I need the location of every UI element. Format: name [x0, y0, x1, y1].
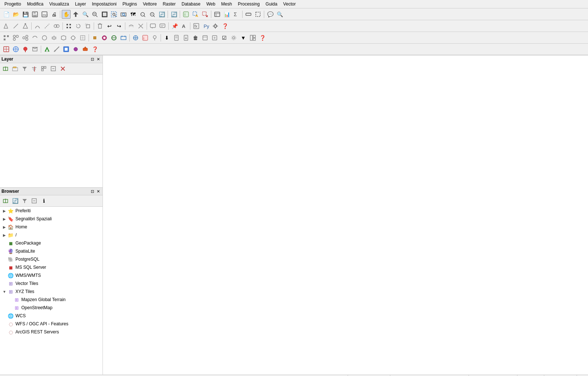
- tb-map6[interactable]: [52, 45, 61, 54]
- tb-delete[interactable]: [96, 22, 104, 30]
- tb-offset-curve[interactable]: [127, 22, 136, 30]
- menu-visualizza[interactable]: Visualizza: [46, 1, 72, 7]
- tb-download[interactable]: ⬇: [162, 33, 171, 42]
- tb-adv5[interactable]: [40, 33, 49, 42]
- tb-template[interactable]: [201, 33, 209, 42]
- tb-openattr[interactable]: [213, 10, 222, 19]
- tb-checkbox[interactable]: ☑: [220, 33, 229, 42]
- menu-progetto[interactable]: Progetto: [1, 1, 24, 7]
- tb-newfile[interactable]: [172, 33, 181, 42]
- tb-map4[interactable]: [31, 45, 39, 54]
- browser-item-arcgis[interactable]: ◌ArcGIS REST Servers: [0, 328, 103, 336]
- tb-zoom-prev[interactable]: -: [138, 10, 147, 19]
- layer-remove-btn[interactable]: [58, 64, 67, 73]
- browser-item-preferiti[interactable]: ▶⭐Preferiti: [0, 207, 103, 215]
- tb-trash[interactable]: 🗑: [191, 33, 200, 42]
- browser-item-spatialite[interactable]: 🔮SpatiaLite: [0, 247, 103, 255]
- menu-mesh[interactable]: Mesh: [218, 1, 235, 7]
- tb-snap-toggle[interactable]: [100, 33, 109, 42]
- layer-collapse-btn[interactable]: [49, 64, 58, 73]
- browser-filter-btn[interactable]: [20, 196, 29, 205]
- tb-zoom-layer[interactable]: [119, 10, 128, 19]
- menu-vettore[interactable]: Vettore: [140, 1, 160, 7]
- tb-measure-area[interactable]: [254, 10, 262, 19]
- browser-item-mapzen[interactable]: ⊞Mapzen Global Terrain: [0, 296, 103, 304]
- tb-adv6[interactable]: [50, 33, 58, 42]
- browser-close-btn[interactable]: ✕: [95, 188, 101, 194]
- browser-item-xyztiles[interactable]: ▼⊞XYZ Tiles: [0, 288, 103, 296]
- browser-item-wcs[interactable]: 🌐WCS: [0, 312, 103, 320]
- tb-node[interactable]: [64, 22, 73, 30]
- tb-magnifier[interactable]: 🔍: [275, 10, 284, 19]
- menu-plugins[interactable]: Plugins: [119, 1, 140, 7]
- browser-info-btn[interactable]: ℹ: [39, 196, 48, 205]
- tb-deselect[interactable]: [201, 10, 209, 19]
- tb-adv7[interactable]: [59, 33, 68, 42]
- tb-scale[interactable]: [83, 22, 92, 30]
- tb-open[interactable]: 📂: [11, 10, 20, 19]
- tb-saveas[interactable]: [31, 10, 39, 19]
- tb-measure[interactable]: [244, 10, 253, 19]
- layer-filter-btn[interactable]: [20, 64, 29, 73]
- menu-impostazioni[interactable]: Impostazioni: [89, 1, 119, 7]
- tb-zoom-selection[interactable]: [110, 10, 118, 19]
- tb-arrow-down[interactable]: ▼: [239, 33, 248, 42]
- tb-sum[interactable]: Σ: [232, 10, 241, 19]
- tb-snapping-layer[interactable]: [119, 33, 128, 42]
- tb-edit2[interactable]: [210, 33, 219, 42]
- tb-python[interactable]: Py: [201, 22, 210, 30]
- browser-float-btn[interactable]: ⊡: [89, 188, 95, 194]
- tb-map7[interactable]: [62, 45, 71, 54]
- tb-adv9[interactable]: [78, 33, 87, 42]
- menu-vector[interactable]: Vector: [280, 1, 299, 7]
- tb-help2[interactable]: ❓: [258, 33, 267, 42]
- tb-adv8[interactable]: [69, 33, 78, 42]
- tb-zoom-rubber[interactable]: 🔲: [100, 10, 109, 19]
- tb-labeling[interactable]: A: [180, 22, 189, 30]
- tb-zoom-next[interactable]: +: [148, 10, 157, 19]
- tb-redo[interactable]: ↪: [115, 22, 123, 30]
- tb-adv1[interactable]: [2, 33, 11, 42]
- tb-pin[interactable]: 📌: [170, 22, 179, 30]
- tb-pan[interactable]: ✋: [62, 10, 71, 19]
- menu-raster[interactable]: Raster: [160, 1, 179, 7]
- browser-item-home[interactable]: ▶🏠Home: [0, 223, 103, 231]
- tb-savepkg[interactable]: PKG: [40, 10, 49, 19]
- browser-item-mssql[interactable]: ◼MS SQL Server: [0, 263, 103, 271]
- browser-item-postgresql[interactable]: 🐘PostgreSQL: [0, 255, 103, 263]
- tb-select[interactable]: [191, 10, 200, 19]
- tb-map9[interactable]: [81, 45, 90, 54]
- layer-addgroup-btn[interactable]: [11, 64, 19, 73]
- browser-item-wfs[interactable]: ◌WFS / OGC API - Features: [0, 320, 103, 328]
- tb-topology[interactable]: [110, 33, 118, 42]
- tb-annotation[interactable]: [148, 22, 157, 30]
- browser-item-root[interactable]: ▶📁/: [0, 231, 103, 239]
- tb-trim[interactable]: [136, 22, 145, 30]
- tb-georef[interactable]: [131, 33, 140, 42]
- layer-add-btn[interactable]: [1, 64, 10, 73]
- tb-adv3[interactable]: [21, 33, 30, 42]
- menu-layer[interactable]: Layer: [72, 1, 89, 7]
- tb-export[interactable]: [182, 33, 190, 42]
- tb-layout[interactable]: [248, 33, 257, 42]
- tb-map2[interactable]: [11, 45, 20, 54]
- tb-split[interactable]: [43, 22, 51, 30]
- tb-map10[interactable]: ❓: [90, 45, 99, 54]
- tb-tooltip[interactable]: 💬: [266, 10, 275, 19]
- tb-pan-arrow[interactable]: [71, 10, 80, 19]
- layer-close-btn[interactable]: ✕: [95, 56, 101, 62]
- tb-identify2[interactable]: i: [141, 33, 150, 42]
- tb-adv2[interactable]: [11, 33, 20, 42]
- tb-plugins-btn[interactable]: [211, 22, 220, 30]
- layer-float-btn[interactable]: ⊡: [89, 56, 95, 62]
- browser-add-btn[interactable]: [1, 196, 10, 205]
- menu-guida[interactable]: Guida: [263, 1, 280, 7]
- browser-item-openstreetmap[interactable]: ⊞OpenStreetMap: [0, 304, 103, 312]
- tb-edit-poly[interactable]: [21, 22, 30, 30]
- tb-adv4[interactable]: [31, 33, 39, 42]
- tb-settings2[interactable]: [229, 33, 238, 42]
- tb-help[interactable]: ❓: [220, 22, 229, 30]
- tb-digitize[interactable]: [2, 22, 11, 30]
- menu-modifica[interactable]: Modifica: [24, 1, 46, 7]
- browser-item-vectortiles[interactable]: ⊞Vector Tiles: [0, 279, 103, 288]
